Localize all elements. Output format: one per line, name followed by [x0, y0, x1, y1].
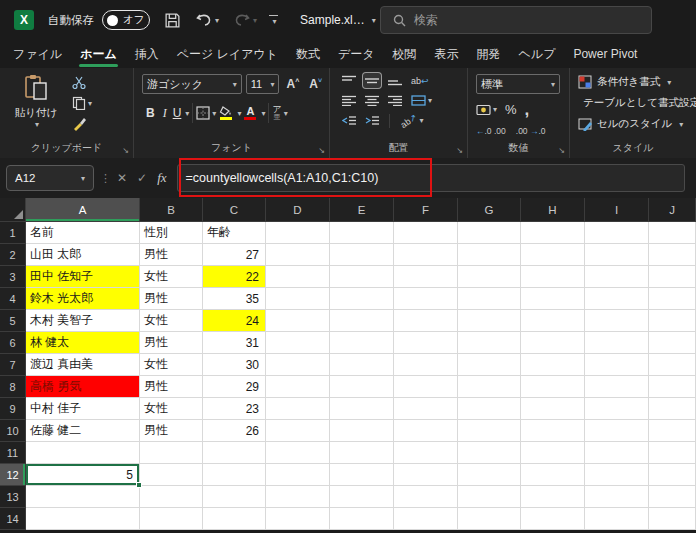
cell-D9[interactable] [266, 398, 330, 420]
save-button[interactable] [164, 12, 181, 29]
font-dialog-launcher[interactable]: ↘ [318, 146, 325, 155]
row-header-7[interactable]: 7 [0, 354, 26, 376]
cell-B9[interactable]: 女性 [140, 398, 203, 420]
ribbon-tab-2[interactable]: ホーム [71, 40, 126, 68]
cell-H12[interactable] [521, 464, 585, 486]
name-box[interactable]: A12 ▾ [6, 165, 94, 191]
borders-button[interactable]: ▾ [196, 106, 216, 120]
cell-E10[interactable] [330, 420, 394, 442]
increase-indent-button[interactable] [363, 113, 381, 128]
cell-styles-button[interactable]: セルのスタイル ▾ [578, 117, 696, 131]
cell-E2[interactable] [330, 244, 394, 266]
accounting-format-button[interactable]: ▾ [476, 104, 497, 116]
cell-E3[interactable] [330, 266, 394, 288]
cell-J9[interactable] [649, 398, 696, 420]
cell-A11[interactable] [26, 442, 140, 464]
select-all-corner[interactable] [0, 198, 26, 222]
cell-H1[interactable] [521, 222, 585, 244]
cell-C3[interactable]: 22 [203, 266, 266, 288]
cell-G5[interactable] [458, 310, 521, 332]
ribbon-tab-9[interactable]: 開発 [468, 40, 510, 68]
font-name-combo[interactable]: 游ゴシック ▾ [142, 74, 242, 94]
format-painter-button[interactable] [72, 117, 92, 131]
cell-E14[interactable] [330, 508, 394, 530]
phonetic-guide-button[interactable]: ア 亜 [272, 106, 281, 120]
cell-I6[interactable] [585, 332, 649, 354]
column-header-A[interactable]: A [26, 198, 140, 222]
cell-C5[interactable]: 24 [203, 310, 266, 332]
align-right-button[interactable] [386, 93, 404, 108]
cell-E12[interactable] [330, 464, 394, 486]
cell-I7[interactable] [585, 354, 649, 376]
cell-G13[interactable] [458, 486, 521, 508]
formula-input[interactable]: =countyellowcells(A1:A10,C1:C10) [177, 164, 685, 192]
autosave-toggle[interactable]: オフ [102, 10, 150, 30]
cell-B3[interactable]: 女性 [140, 266, 203, 288]
cancel-button[interactable]: ✕ [117, 171, 127, 185]
cell-D12[interactable] [266, 464, 330, 486]
cell-J3[interactable] [649, 266, 696, 288]
cell-H6[interactable] [521, 332, 585, 354]
row-header-13[interactable]: 13 [0, 486, 26, 508]
cell-J13[interactable] [649, 486, 696, 508]
font-color-button[interactable]: A [241, 107, 259, 120]
cell-H2[interactable] [521, 244, 585, 266]
copy-button[interactable]: ▾ [72, 96, 92, 110]
cell-I2[interactable] [585, 244, 649, 266]
cell-E4[interactable] [330, 288, 394, 310]
cell-J14[interactable] [649, 508, 696, 530]
cell-H3[interactable] [521, 266, 585, 288]
align-top-button[interactable] [340, 73, 358, 88]
ribbon-tab-10[interactable]: ヘルプ [510, 40, 565, 68]
comma-style-button[interactable]: , [525, 106, 530, 114]
number-format-combo[interactable]: 標準 ▾ [476, 74, 560, 94]
cell-C6[interactable]: 31 [203, 332, 266, 354]
cell-D4[interactable] [266, 288, 330, 310]
cell-G6[interactable] [458, 332, 521, 354]
decrease-indent-button[interactable] [340, 113, 358, 128]
cell-J11[interactable] [649, 442, 696, 464]
ribbon-tab-11[interactable]: Power Pivot [564, 40, 646, 68]
cell-I4[interactable] [585, 288, 649, 310]
cell-C2[interactable]: 27 [203, 244, 266, 266]
cell-E9[interactable] [330, 398, 394, 420]
cell-F6[interactable] [394, 332, 458, 354]
cell-F8[interactable] [394, 376, 458, 398]
number-dialog-launcher[interactable]: ↘ [558, 146, 565, 155]
cell-H7[interactable] [521, 354, 585, 376]
cell-F3[interactable] [394, 266, 458, 288]
cell-H8[interactable] [521, 376, 585, 398]
column-header-C[interactable]: C [203, 198, 266, 222]
cell-H11[interactable] [521, 442, 585, 464]
ribbon-tab-7[interactable]: 校閲 [384, 40, 426, 68]
cell-F13[interactable] [394, 486, 458, 508]
cell-G14[interactable] [458, 508, 521, 530]
cell-B11[interactable] [140, 442, 203, 464]
cell-F5[interactable] [394, 310, 458, 332]
percent-style-button[interactable]: % [505, 102, 517, 117]
row-header-5[interactable]: 5 [0, 310, 26, 332]
cell-C1[interactable]: 年齢 [203, 222, 266, 244]
cell-F7[interactable] [394, 354, 458, 376]
cell-G12[interactable] [458, 464, 521, 486]
cell-H5[interactable] [521, 310, 585, 332]
cell-F10[interactable] [394, 420, 458, 442]
decrease-font-size-button[interactable]: A˅ [306, 77, 325, 91]
cell-B10[interactable]: 男性 [140, 420, 203, 442]
increase-decimal-button[interactable]: ←.0 .00 [476, 126, 506, 136]
cell-A6[interactable]: 林 健太 [26, 332, 140, 354]
fill-handle[interactable] [136, 482, 142, 488]
cell-C9[interactable]: 23 [203, 398, 266, 420]
cell-D7[interactable] [266, 354, 330, 376]
cell-J5[interactable] [649, 310, 696, 332]
cell-B6[interactable]: 男性 [140, 332, 203, 354]
cell-A8[interactable]: 高橋 勇気 [26, 376, 140, 398]
cell-C4[interactable]: 35 [203, 288, 266, 310]
cell-F1[interactable] [394, 222, 458, 244]
insert-function-button[interactable]: fx [157, 170, 166, 186]
column-header-B[interactable]: B [140, 198, 203, 222]
cell-A9[interactable]: 中村 佳子 [26, 398, 140, 420]
cell-B12[interactable] [140, 464, 203, 486]
ribbon-tab-3[interactable]: 挿入 [126, 40, 168, 68]
cell-F2[interactable] [394, 244, 458, 266]
